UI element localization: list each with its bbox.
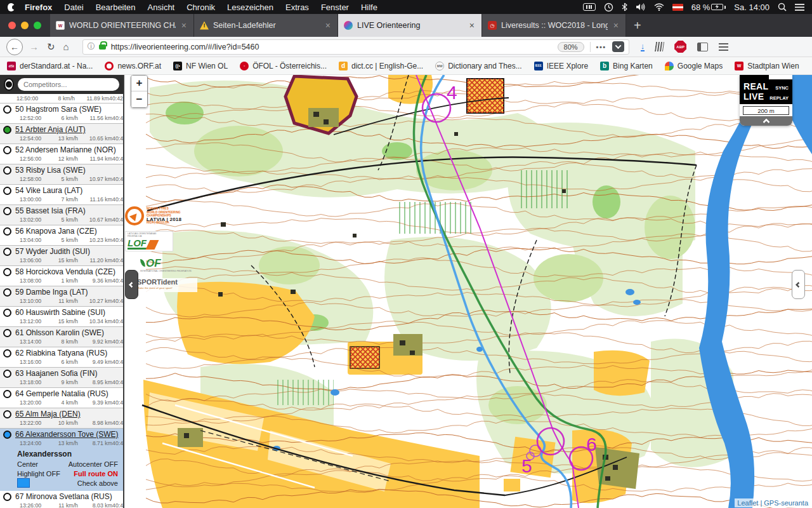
competitor-status-dot[interactable] <box>3 329 11 337</box>
select-all-toggle[interactable] <box>4 78 14 91</box>
competitor-row[interactable]: 67 Mironova Svetlana (RUS) 13:26:0011 km… <box>0 491 123 508</box>
bookmark-bing[interactable]: bBing Karten <box>600 62 653 70</box>
competitor-status-dot[interactable] <box>3 126 11 134</box>
sidebar-toggle-icon[interactable] <box>697 43 708 51</box>
tab-load-error[interactable]: ! Seiten-Ladefehler × <box>194 14 338 37</box>
url-text[interactable]: https://liveorienteering.com/#/live?id=5… <box>111 43 558 51</box>
competitor-row[interactable]: 64 Gemperle Natalia (RUS) 13:20:004 km/h… <box>0 388 123 408</box>
competitor-name[interactable]: 51 Arbter Anja (AUT) <box>15 125 86 134</box>
page-actions-icon[interactable]: ••• <box>596 43 606 51</box>
competitor-status-dot[interactable] <box>3 146 11 154</box>
competitor-status-dot[interactable] <box>3 493 11 501</box>
competitor-row[interactable]: 56 Knapova Jana (CZE) 13:04:005 km/h10.2… <box>0 225 123 246</box>
competitor-status-dot[interactable] <box>3 248 11 256</box>
menu-datei[interactable]: Datei <box>64 3 83 12</box>
competitor-name[interactable]: 60 Hauswirth Sabine (SUI) <box>15 308 105 317</box>
keyboard-battery-icon[interactable] <box>583 3 596 11</box>
close-tab-icon[interactable]: × <box>180 20 188 30</box>
competitor-row[interactable]: 65 Alm Maja (DEN) 13:22:0010 km/h8.98 km… <box>0 408 123 429</box>
back-button[interactable]: ← <box>6 39 23 55</box>
competitor-status-dot[interactable] <box>3 166 11 175</box>
track-color-swatch[interactable] <box>17 478 30 488</box>
bookmark-derstandard[interactable]: dStderStandard.at - Na... <box>7 62 93 70</box>
bookmark-merriam-webster[interactable]: MWDictionary and Thes... <box>435 62 522 70</box>
competitor-row[interactable]: 50 Hagstrom Sara (SWE) 12:52:006 km/h11.… <box>0 104 123 124</box>
competitor-row[interactable]: 55 Basset Isia (FRA) 13:02:005 km/h10.67… <box>0 205 123 225</box>
competitor-status-dot[interactable] <box>3 227 11 236</box>
sidebar-collapse-handle[interactable] <box>125 270 138 299</box>
competitor-status-dot[interactable] <box>3 349 11 358</box>
competitor-name[interactable]: 64 Gemperle Natalia (RUS) <box>15 389 108 398</box>
menubar-clock[interactable]: Sa. 14:00 <box>734 3 769 12</box>
competitor-status-dot[interactable] <box>3 390 11 398</box>
map-zoom-control[interactable]: + − <box>131 75 148 108</box>
full-route-toggle[interactable]: Full route ON <box>74 470 118 478</box>
battery-status[interactable]: 68 % <box>691 3 726 12</box>
url-bar[interactable]: ⓘ https://liveorienteering.com/#/live?id… <box>82 39 629 55</box>
close-tab-icon[interactable]: × <box>324 20 332 30</box>
menu-lesezeichen[interactable]: Lesezeichen <box>227 3 273 12</box>
bookmark-stadtplan-wien[interactable]: WStadtplan Wien <box>735 62 799 70</box>
bookmark-oefol[interactable]: ◦ÖFOL - Österreichis... <box>240 62 327 70</box>
hamburger-menu-icon[interactable] <box>719 43 728 51</box>
adblock-plus-icon[interactable]: ABP <box>674 41 686 53</box>
zoom-in-button[interactable]: + <box>131 76 147 91</box>
competitor-name[interactable]: 56 Knapova Jana (CZE) <box>15 227 97 236</box>
competitor-row[interactable]: 57 Wyder Judith (SUI) 13:06:0015 km/h11.… <box>0 246 123 266</box>
center-button[interactable]: Center <box>17 460 38 468</box>
new-tab-button[interactable]: + <box>626 14 649 37</box>
competitor-name[interactable]: 52 Andersen Marianne (NOR) <box>15 145 116 154</box>
menu-ansicht[interactable]: Ansicht <box>148 3 175 12</box>
austria-flag-input-icon[interactable] <box>672 4 683 11</box>
orienteering-map[interactable]: 4 5 6 <box>124 75 812 508</box>
page-zoom-indicator[interactable]: 80% <box>558 42 584 52</box>
menu-extras[interactable]: Extras <box>285 3 309 12</box>
competitor-name[interactable]: 61 Ohlsson Karolin (SWE) <box>15 328 104 337</box>
competitor-row[interactable]: 59 Dambe Inga (LAT) 13:10:0011 km/h10.27… <box>0 286 123 307</box>
bluetooth-icon[interactable] <box>622 3 627 11</box>
menu-chronik[interactable]: Chronik <box>187 3 215 12</box>
pocket-icon[interactable] <box>612 41 624 52</box>
bookmark-nf-wien[interactable]: ((•NF Wien OL <box>173 62 228 70</box>
apple-icon[interactable] <box>8 3 15 11</box>
competitor-name[interactable]: 50 Hagstrom Sara (SWE) <box>15 105 102 114</box>
replay-control-panel[interactable]: REALSYNC LIVEREPLAY 200 m <box>740 75 792 126</box>
tab-woc-website[interactable]: W WORLD ORIENTEERING CHAMP × <box>50 14 194 37</box>
competitor-name[interactable]: 57 Wyder Judith (SUI) <box>15 247 90 256</box>
competitor-row-selected[interactable]: 66 Alexandersson Tove (SWE) 13:24:0013 k… <box>0 429 123 449</box>
competitor-name[interactable]: 62 Riabkina Tatyana (RUS) <box>15 349 107 358</box>
forward-button[interactable]: → <box>29 41 39 52</box>
reload-button[interactable]: ↻ <box>47 41 55 53</box>
competitor-row[interactable]: 54 Vike Laura (LAT) 13:00:007 km/h11.16 … <box>0 185 123 205</box>
zoom-out-button[interactable]: − <box>131 91 147 107</box>
competitor-search-input[interactable] <box>18 78 119 91</box>
autocenter-toggle[interactable]: Autocenter OFF <box>69 460 118 468</box>
home-button[interactable]: ⌂ <box>63 41 69 52</box>
competitor-row[interactable]: 61 Ohlsson Karolin (SWE) 13:14:008 km/h9… <box>0 327 123 347</box>
notification-center-icon[interactable] <box>795 4 804 11</box>
competitor-status-dot[interactable] <box>3 268 11 276</box>
competitor-name[interactable]: 66 Alexandersson Tove (SWE) <box>15 430 119 439</box>
competitor-name[interactable]: 53 Risby Lisa (SWE) <box>15 166 86 175</box>
competitor-name[interactable]: 63 Haajanen Sofia (FIN) <box>15 369 97 378</box>
tab-live-orienteering[interactable]: LIVE Orienteering × <box>338 14 482 37</box>
highlight-toggle[interactable]: Highlight OFF <box>17 470 60 478</box>
tab-liveresults[interactable]: ◷ Liveresults :: WOC2018 - Long D × <box>482 14 626 37</box>
menu-firefox[interactable]: Firefox <box>25 3 52 12</box>
bookmark-orf[interactable]: news.ORF.at <box>105 62 161 70</box>
competitor-row[interactable]: 62 Riabkina Tatyana (RUS) 13:16:006 km/h… <box>0 347 123 368</box>
competitor-row[interactable]: 58 Horcickova Vendula (CZE) 13:08:001 km… <box>0 266 123 286</box>
competitor-row[interactable]: 52 Andersen Marianne (NOR) 12:56:0012 km… <box>0 144 123 164</box>
competitor-status-dot[interactable] <box>3 410 11 418</box>
competitor-name[interactable]: 54 Vike Laura (LAT) <box>15 186 82 195</box>
competitor-status-dot[interactable] <box>3 431 11 439</box>
competitor-status-dot[interactable] <box>3 309 11 317</box>
spotlight-search-icon[interactable] <box>778 3 787 11</box>
competitor-row[interactable]: 63 Haajanen Sofia (FIN) 13:18:009 km/h8.… <box>0 368 123 388</box>
competitor-status-dot[interactable] <box>3 105 11 114</box>
competitor-name[interactable]: 67 Mironova Svetlana (RUS) <box>15 492 112 501</box>
competitor-row[interactable]: 51 Arbter Anja (AUT) 12:54:0013 km/h10.6… <box>0 124 123 144</box>
wifi-icon[interactable] <box>654 3 664 11</box>
page-info-icon[interactable]: ⓘ <box>88 41 95 52</box>
volume-icon[interactable] <box>636 3 646 11</box>
